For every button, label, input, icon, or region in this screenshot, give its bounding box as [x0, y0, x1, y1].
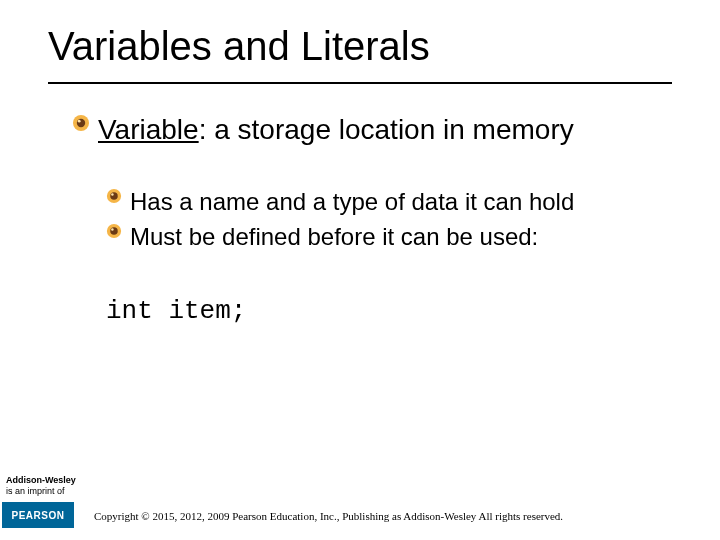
svg-point-4 [110, 192, 117, 199]
aw-line1: Addison-Wesley [6, 475, 76, 485]
bullet-level2-b: Must be defined before it can be used: [106, 223, 538, 251]
bullet-icon [72, 114, 90, 132]
svg-point-5 [111, 193, 113, 195]
svg-point-7 [110, 227, 117, 234]
svg-point-2 [78, 120, 81, 123]
bullet-level1: Variable: a storage location in memory [72, 114, 574, 146]
bullet-level2-a-text: Has a name and a type of data it can hol… [130, 188, 574, 216]
bullet-icon [106, 223, 122, 239]
title-underline [48, 82, 672, 84]
bullet-level2-b-text: Must be defined before it can be used: [130, 223, 538, 251]
bullet-level2-a: Has a name and a type of data it can hol… [106, 188, 574, 216]
code-sample: int item; [106, 296, 246, 326]
term-variable: Variable [98, 114, 199, 145]
copyright-text: Copyright © 2015, 2012, 2009 Pearson Edu… [94, 510, 563, 522]
pearson-logo: PEARSON [2, 502, 74, 528]
pearson-logo-text: PEARSON [12, 510, 65, 521]
svg-point-8 [111, 228, 113, 230]
footer: Addison-Wesley is an imprint of PEARSON … [0, 468, 720, 540]
slide-title: Variables and Literals [48, 24, 430, 69]
aw-line2: is an imprint of [6, 486, 65, 496]
svg-point-1 [77, 119, 85, 127]
term-sep: : [199, 114, 215, 145]
bullet-level1-text: Variable: a storage location in memory [98, 114, 574, 146]
addison-wesley-label: Addison-Wesley is an imprint of [6, 475, 76, 496]
bullet-icon [106, 188, 122, 204]
slide: Variables and Literals Variable: a stora… [0, 0, 720, 540]
term-definition: a storage location in memory [214, 114, 574, 145]
